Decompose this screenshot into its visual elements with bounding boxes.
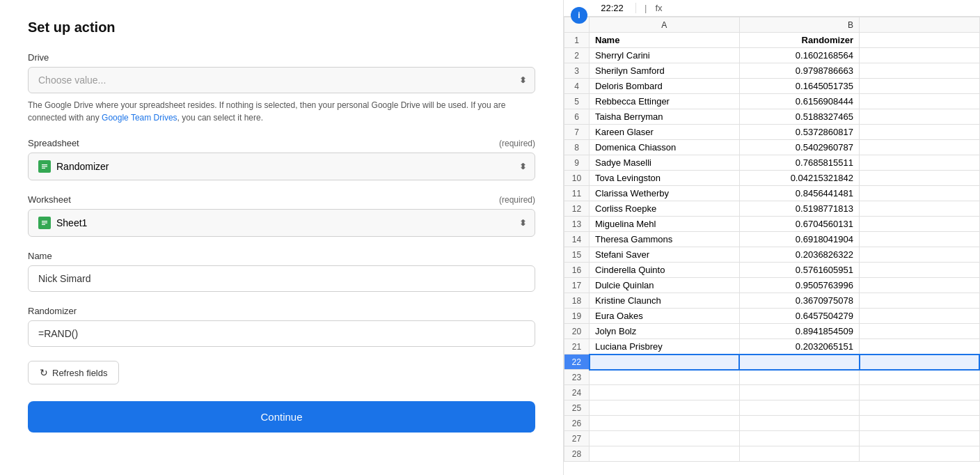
cell-randomizer[interactable]: 0.1645051735 [739,79,859,94]
table-row[interactable]: 3Sherilyn Samford0.9798786663 [564,63,980,79]
cell-randomizer[interactable]: 0.2032065151 [739,339,859,355]
cell-name[interactable]: Kristine Claunch [590,293,740,309]
cell-name[interactable] [590,355,740,370]
cell-randomizer[interactable]: 0.3670975078 [739,293,859,309]
table-row[interactable]: 7Kareen Glaser0.5372860817 [564,125,980,140]
cell-randomizer[interactable]: 0.6704560131 [739,217,859,232]
cell-randomizer[interactable]: 0.7685815511 [739,155,859,171]
cell-name[interactable] [590,416,740,431]
table-row[interactable]: 26 [564,416,980,431]
cell-name[interactable]: Dulcie Quinlan [590,278,740,293]
cell-randomizer[interactable]: 0.9505763996 [739,278,859,293]
table-row[interactable]: 19Eura Oakes0.6457504279 [564,309,980,324]
cell-name[interactable]: Corliss Roepke [590,201,740,217]
cell-randomizer[interactable]: 0.5402960787 [739,140,859,155]
cell-randomizer[interactable]: 0.2036826322 [739,247,859,263]
table-row[interactable]: 9Sadye Maselli0.7685815511 [564,155,980,171]
refresh-fields-button[interactable]: ↻ Refresh fields [28,361,119,384]
table-row[interactable]: 18Kristine Claunch0.3670975078 [564,293,980,309]
table-row[interactable]: 8Domenica Chiasson0.5402960787 [564,140,980,155]
cell-randomizer[interactable]: 0.1602168564 [739,48,859,63]
table-row[interactable]: 27 [564,431,980,446]
table-row[interactable]: 15Stefani Saver0.2036826322 [564,247,980,263]
row-number: 6 [564,109,590,125]
cell-name[interactable] [590,400,740,416]
cell-randomizer[interactable]: 0.5761605951 [739,263,859,278]
table-row[interactable]: 23 [564,370,980,385]
cell-randomizer[interactable]: 0.6457504279 [739,309,859,324]
cell-name[interactable]: Stefani Saver [590,247,740,263]
table-row[interactable]: 17Dulcie Quinlan0.9505763996 [564,278,980,293]
table-row[interactable]: 12Corliss Roepke0.5198771813 [564,201,980,217]
cell-name[interactable] [590,446,740,462]
cell-name[interactable]: Tova Levingston [590,171,740,186]
randomizer-input[interactable] [28,320,535,347]
cell-name[interactable]: Domenica Chiasson [590,140,740,155]
cell-randomizer[interactable]: 0.5188327465 [739,109,859,125]
cell-randomizer[interactable] [739,431,859,446]
row-number: 7 [564,125,590,140]
cell-randomizer[interactable] [739,355,859,370]
cell-name[interactable] [590,431,740,446]
cell-name[interactable]: Jolyn Bolz [590,324,740,339]
cell-name[interactable]: Sherryl Carini [590,48,740,63]
cell-name[interactable]: Luciana Prisbrey [590,339,740,355]
cell-randomizer[interactable] [739,385,859,400]
table-row[interactable]: 28 [564,446,980,462]
cell-name[interactable] [590,385,740,400]
table-row[interactable]: 6Taisha Berryman0.5188327465 [564,109,980,125]
cell-name[interactable]: Eura Oakes [590,309,740,324]
cell-name[interactable]: Clarissa Wetherby [590,186,740,201]
info-icon[interactable]: i [571,7,587,24]
table-row[interactable]: 20Jolyn Bolz0.8941854509 [564,324,980,339]
cell-randomizer[interactable]: 0.04215321842 [739,171,859,186]
table-row[interactable]: 25 [564,400,980,416]
drive-select[interactable]: Choose value... ⬍ [28,67,535,93]
table-row[interactable]: 21Luciana Prisbrey0.2032065151 [564,339,980,355]
spreadsheet-select[interactable]: Randomizer ⬍ [28,153,535,180]
cell-randomizer[interactable] [739,416,859,431]
worksheet-select-wrapper[interactable]: Sheet1 ⬍ [28,209,535,237]
cell-name[interactable]: Taisha Berryman [590,109,740,125]
cell-name[interactable]: Theresa Gammons [590,232,740,247]
cell-name[interactable]: Rebbecca Ettinger [590,94,740,109]
name-input[interactable] [28,265,535,292]
header-name-cell[interactable]: Name [590,33,740,48]
spreadsheet-select-wrapper[interactable]: Randomizer ⬍ [28,153,535,180]
cell-randomizer[interactable] [739,446,859,462]
table-row[interactable]: 22 [564,355,980,370]
cell-randomizer[interactable]: 0.5198771813 [739,201,859,217]
cell-randomizer[interactable] [739,370,859,385]
table-row[interactable]: 5Rebbecca Ettinger0.6156908444 [564,94,980,109]
table-row[interactable]: 13Miguelina Mehl0.6704560131 [564,217,980,232]
cell-randomizer[interactable]: 0.9798786663 [739,63,859,79]
cell-randomizer[interactable]: 0.8941854509 [739,324,859,339]
refresh-icon: ↻ [40,367,48,378]
table-row[interactable]: 4Deloris Bombard0.1645051735 [564,79,980,94]
cell-randomizer[interactable]: 0.5372860817 [739,125,859,140]
cell-name[interactable]: Sadye Maselli [590,155,740,171]
drive-select-wrapper[interactable]: Choose value... ⬍ [28,67,535,93]
worksheet-select[interactable]: Sheet1 ⬍ [28,209,535,237]
header-randomizer-cell[interactable]: Randomizer [739,33,859,48]
google-team-drives-link[interactable]: Google Team Drives [102,113,177,123]
table-row[interactable]: 24 [564,385,980,400]
cell-randomizer[interactable] [739,400,859,416]
table-row[interactable]: 10Tova Levingston0.04215321842 [564,171,980,186]
col-header-b: B [739,17,859,33]
table-row[interactable]: 2Sherryl Carini0.1602168564 [564,48,980,63]
table-row[interactable]: 14Theresa Gammons0.6918041904 [564,232,980,247]
cell-randomizer[interactable]: 0.6156908444 [739,94,859,109]
cell-name[interactable] [590,370,740,385]
cell-name[interactable]: Kareen Glaser [590,125,740,140]
cell-randomizer[interactable]: 0.8456441481 [739,186,859,201]
cell-randomizer[interactable]: 0.6918041904 [739,232,859,247]
cell-name[interactable]: Sherilyn Samford [590,63,740,79]
cell-name[interactable]: Cinderella Quinto [590,263,740,278]
continue-button[interactable]: Continue [28,401,535,433]
cell-name[interactable]: Deloris Bombard [590,79,740,94]
cell-name[interactable]: Miguelina Mehl [590,217,740,232]
table-row[interactable]: 11Clarissa Wetherby0.8456441481 [564,186,980,201]
table-row[interactable]: 16Cinderella Quinto0.5761605951 [564,263,980,278]
spreadsheet-view[interactable]: A B 1 Name Randomizer 2Sherryl Carini0.1… [564,17,980,475]
